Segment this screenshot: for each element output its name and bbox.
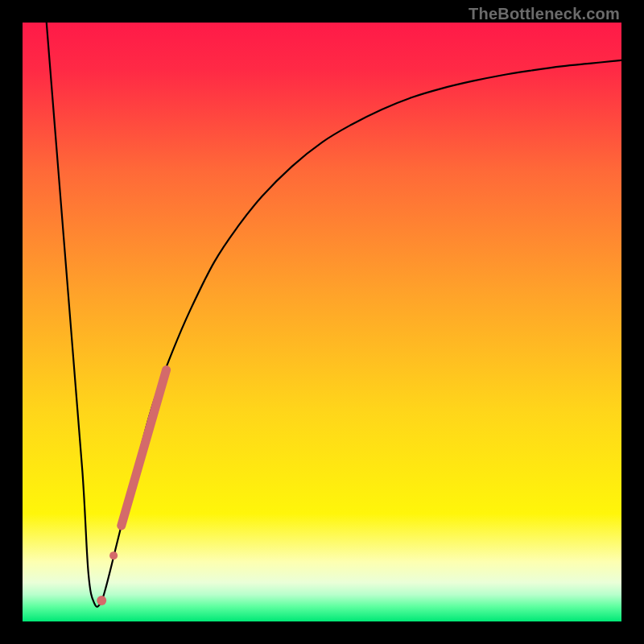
chart-frame: TheBottleneck.com	[0, 0, 644, 644]
watermark-text: TheBottleneck.com	[469, 5, 620, 23]
bottleneck-curve	[47, 23, 621, 607]
highlight-dot-1	[109, 551, 118, 559]
plot-area	[23, 23, 621, 621]
highlight-segment	[122, 370, 167, 526]
chart-svg	[23, 23, 621, 621]
highlight-dot-2	[97, 596, 106, 605]
